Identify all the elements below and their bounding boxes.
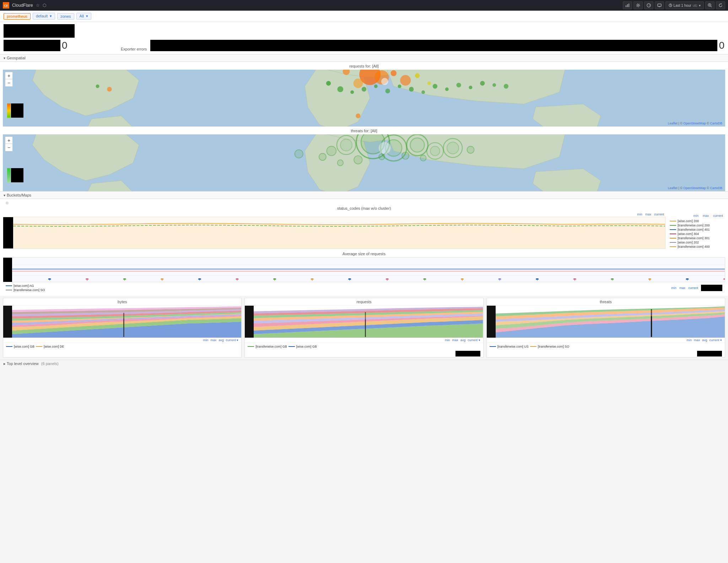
threats-transferwise-us-line — [490, 346, 496, 347]
refresh-button[interactable] — [716, 1, 725, 9]
bytes-chart-area — [3, 306, 241, 338]
chart2-labels: [wise.com] AG [transferwise.com] SO — [6, 284, 45, 292]
filter-bar: prometheus default ▾ zones All ▾ — [0, 11, 728, 22]
svg-point-30 — [350, 90, 354, 94]
app-title: CloudFlare — [12, 3, 33, 8]
share-icon[interactable]: ⬡ — [43, 3, 46, 8]
time-selector[interactable]: Last 1 hour utc ▾ — [665, 1, 704, 9]
bytes-min-label: min — [203, 338, 209, 342]
svg-point-60 — [447, 142, 459, 154]
namespace-filter[interactable]: default ▾ — [33, 13, 55, 20]
map1-title: requests for: [All] — [0, 62, 728, 70]
zoom-out-btn[interactable]: − — [5, 79, 12, 86]
map2-container: + − Leaflet | © OpenStreetMap © CartoDB — [3, 134, 725, 191]
cartodb-link[interactable]: CartoDB — [710, 122, 722, 125]
svg-point-106 — [498, 278, 501, 280]
map1-controls: + − — [5, 72, 13, 87]
legend-item: [wise.com] 304 — [670, 232, 724, 236]
svg-point-26 — [415, 73, 420, 78]
info-button[interactable]: ? — [644, 1, 653, 9]
chart-type-button[interactable] — [623, 1, 632, 9]
zones-filter[interactable]: zones — [57, 13, 74, 20]
chart2-area: [wise.com] AG [transferwise.com] SO min … — [3, 257, 725, 294]
settings-button[interactable] — [633, 1, 643, 9]
svg-point-103 — [386, 278, 389, 280]
chart1-expand-icon[interactable]: ⊡ — [3, 201, 9, 205]
svg-point-104 — [423, 278, 426, 280]
map2-zoom-out-btn[interactable]: − — [5, 144, 12, 151]
bytes-minmax: min max avg current ▾ — [3, 338, 241, 343]
cartodb-link2[interactable]: CartoDB — [710, 186, 722, 190]
zoom-in-button[interactable] — [705, 1, 714, 9]
chevron-down-icon: ▾ — [699, 4, 701, 7]
buckets-section-header[interactable]: ▾ Buckets/Maps — [0, 191, 728, 199]
map2-leaflet-credit: Leaflet | © OpenStreetMap © CartoDB — [668, 186, 722, 190]
map2-controls: + − — [5, 136, 13, 151]
threats-value-box — [697, 351, 722, 356]
zones-value-filter[interactable]: All ▾ — [76, 13, 91, 20]
tv-button[interactable] — [655, 1, 664, 9]
geospatial-section-header[interactable]: ▾ Geospatial — [0, 54, 728, 62]
openstreetmap-link[interactable]: OpenStreetMap — [683, 122, 706, 125]
legend-wise-ag-line — [6, 285, 12, 286]
svg-point-63 — [338, 160, 344, 166]
panel2-chart — [150, 40, 717, 51]
svg-point-45 — [107, 87, 112, 91]
map1-leaflet-credit: Leaflet | © OpenStreetMap © CartoDB — [668, 122, 722, 125]
svg-point-5 — [637, 5, 639, 6]
requests-max-label: max — [452, 338, 458, 342]
chart2-canvas — [3, 257, 725, 282]
svg-point-108 — [573, 278, 576, 280]
svg-point-47 — [356, 113, 360, 118]
svg-point-66 — [402, 152, 409, 159]
svg-line-13 — [670, 5, 671, 6]
svg-point-68 — [295, 150, 303, 158]
panel1-detail: 0 — [4, 40, 117, 51]
svg-point-58 — [430, 146, 440, 156]
legend-item: [transferwise.com] 301 — [670, 236, 724, 240]
chart1-dark — [3, 217, 13, 249]
legend-requests-transferwise-gb: [transferwise.com] GB — [248, 344, 287, 349]
svg-point-43 — [504, 84, 508, 89]
openstreetmap-link2[interactable]: OpenStreetMap — [683, 186, 706, 190]
requests-value-box — [455, 351, 480, 356]
svg-point-33 — [385, 89, 390, 93]
requests-dark — [245, 306, 254, 338]
datasource-filter[interactable]: prometheus — [4, 13, 31, 20]
top-level-bar[interactable]: ▸ Top level overview (6 panels) — [0, 360, 728, 368]
svg-rect-9 — [658, 4, 661, 6]
svg-point-107 — [536, 278, 539, 280]
exporter-errors-row: 0 Exporter errors 0 — [0, 39, 728, 54]
threats-value-box-row — [487, 350, 725, 357]
min-label: min — [637, 213, 642, 216]
legend-item: [wise.com] 200 — [670, 219, 724, 223]
legend-transferwise-so: [transferwise.com] SO — [6, 288, 45, 292]
top-bar-left: CF CloudFlare ☆ ⬡ — [3, 2, 46, 9]
chevron-down-icon: ▾ — [4, 56, 5, 60]
legend-item: [transferwise.com] 200 — [670, 223, 724, 227]
svg-point-27 — [427, 81, 431, 85]
map1-legend — [7, 103, 23, 118]
stats-row — [0, 22, 728, 39]
requests-panel: requests min max a — [244, 298, 483, 358]
chart2-current-value — [701, 285, 722, 291]
requests-labels: [transferwise.com] GB [wise.com] GB — [245, 343, 483, 350]
requests-avg-label: avg — [460, 338, 466, 342]
legend-wise-ag: [wise.com] AG — [6, 284, 45, 288]
threats-max-label: max — [694, 338, 700, 342]
panel1-value: 0 — [62, 40, 68, 51]
leaflet-link2[interactable]: Leaflet — [668, 186, 678, 190]
threats-chart-area — [487, 306, 725, 338]
svg-point-110 — [648, 278, 651, 280]
zoom-in-btn[interactable]: + — [5, 72, 12, 79]
map2-zoom-in-btn[interactable]: + — [5, 137, 12, 144]
chart1-legend: minmaxcurrent[wise.com] 200[transferwise… — [668, 212, 725, 250]
leaflet-link[interactable]: Leaflet — [668, 122, 678, 125]
top-level-label: Top level overview — [7, 361, 39, 366]
svg-point-36 — [421, 90, 425, 94]
chart2-max: max — [679, 286, 685, 290]
legend-wise-ag-label: [wise.com] AG — [14, 284, 34, 288]
svg-point-112 — [723, 278, 725, 280]
chart2-dark — [3, 258, 12, 282]
star-icon[interactable]: ☆ — [36, 3, 40, 8]
